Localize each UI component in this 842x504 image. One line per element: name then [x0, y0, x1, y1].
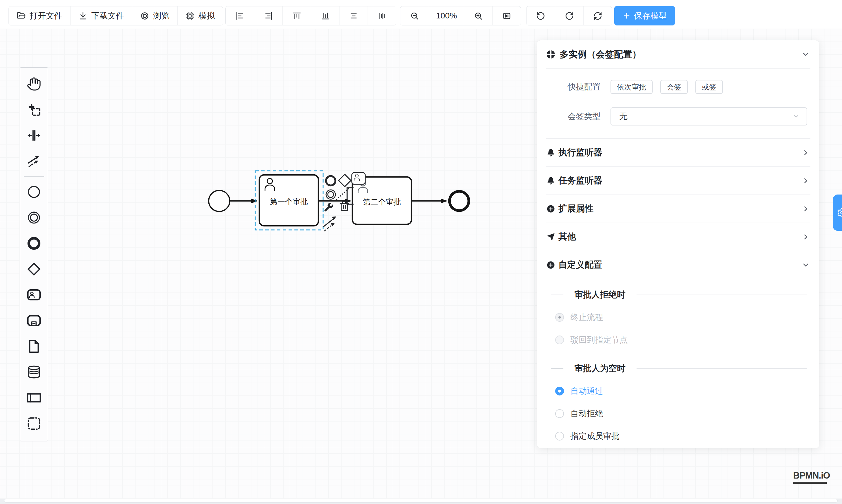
- annotation-dotted-link: [337, 187, 350, 199]
- save-model-button[interactable]: 保存模型: [614, 6, 675, 25]
- toolbar: 打开文件 下载文件 浏览 模拟: [0, 0, 842, 29]
- section-label: 任务监听器: [558, 175, 799, 187]
- radio-button[interactable]: [555, 387, 564, 395]
- palette-data-store[interactable]: [20, 359, 48, 385]
- palette-gateway[interactable]: [20, 256, 48, 282]
- panel-sections: 执行监听器 任务监听器 扩展属性 其他: [537, 138, 819, 279]
- data-object-icon: [27, 339, 41, 354]
- chevron-right-icon: [802, 149, 810, 157]
- palette-intermediate-event[interactable]: [20, 205, 48, 231]
- end-event-node[interactable]: [450, 191, 469, 211]
- align-top-button[interactable]: [282, 6, 311, 25]
- download-icon: [78, 12, 88, 20]
- subprocess-icon: [27, 313, 41, 328]
- align-top-icon: [292, 12, 301, 20]
- sign-type-row: 会签类型 无: [537, 107, 819, 125]
- chip-icon: [186, 12, 195, 20]
- bell-icon: [546, 148, 555, 157]
- data-store-icon: [27, 365, 41, 379]
- open-file-label: 打开文件: [30, 10, 62, 21]
- radio-auto-pass[interactable]: 自动通过: [537, 383, 819, 400]
- palette: [20, 67, 48, 442]
- quick-config-sequential-button[interactable]: 依次审批: [611, 80, 653, 94]
- align-center-vertical-button[interactable]: [368, 6, 396, 25]
- align-button-group: [225, 6, 396, 25]
- radio-terminate-process[interactable]: 终止流程: [537, 309, 819, 326]
- radio-auto-reject[interactable]: 自动拒绝: [537, 405, 819, 422]
- radio-button[interactable]: [555, 432, 564, 440]
- file-button-group: 打开文件 下载文件 浏览 模拟: [8, 6, 223, 25]
- panel-header[interactable]: 多实例（会签配置）: [537, 40, 819, 69]
- append-end-event-icon[interactable]: [326, 176, 335, 185]
- zoom-out-icon: [410, 12, 419, 20]
- radio-return-to-node[interactable]: 驳回到指定节点: [537, 331, 819, 348]
- horizontal-scrollbar-thumb[interactable]: [4, 499, 838, 503]
- palette-hand-tool[interactable]: [20, 71, 48, 97]
- bpmn-io-watermark[interactable]: BPMN.iO: [793, 470, 830, 484]
- simulate-button[interactable]: 模拟: [177, 6, 223, 25]
- intermediate-event-icon: [27, 210, 41, 225]
- align-bottom-button[interactable]: [311, 6, 339, 25]
- sign-type-select[interactable]: 无: [611, 107, 807, 125]
- section-extended-properties[interactable]: 扩展属性: [537, 195, 819, 222]
- zoom-out-button[interactable]: [400, 6, 429, 25]
- section-other[interactable]: 其他: [537, 223, 819, 251]
- redo-button[interactable]: [555, 6, 583, 25]
- palette-create-tool[interactable]: [20, 97, 48, 123]
- divider: [551, 368, 563, 369]
- align-left-button[interactable]: [226, 6, 254, 25]
- zoom-reset-button[interactable]: [492, 6, 521, 25]
- chevron-down-icon[interactable]: [802, 50, 810, 58]
- align-left-icon: [235, 12, 244, 20]
- align-right-button[interactable]: [254, 6, 282, 25]
- section-custom-config[interactable]: 自定义配置: [537, 251, 819, 279]
- palette-participant-pool[interactable]: [20, 385, 48, 411]
- undo-icon: [536, 12, 545, 20]
- preview-button[interactable]: 浏览: [132, 6, 177, 25]
- zoom-in-icon: [474, 12, 483, 20]
- append-intermediate-event-icon[interactable]: [326, 190, 335, 199]
- palette-user-task[interactable]: [20, 282, 48, 308]
- start-event-node[interactable]: [209, 191, 230, 212]
- task1-label[interactable]: 第一个审批: [259, 175, 318, 226]
- quick-config-orsign-button[interactable]: 或签: [695, 80, 723, 94]
- palette-data-object[interactable]: [20, 334, 48, 359]
- horizontal-scrollbar-track[interactable]: [0, 499, 842, 504]
- refresh-button[interactable]: [583, 6, 612, 25]
- zoom-level-value[interactable]: 100%: [429, 6, 464, 25]
- download-file-button[interactable]: 下载文件: [70, 6, 132, 25]
- palette-space-tool[interactable]: [20, 123, 48, 148]
- palette-end-event[interactable]: [20, 231, 48, 256]
- section-task-listener[interactable]: 任务监听器: [537, 167, 819, 195]
- align-center-horizontal-button[interactable]: [339, 6, 368, 25]
- gear-icon: [837, 208, 842, 218]
- append-gateway-icon[interactable]: [339, 174, 351, 187]
- bpmn-canvas[interactable]: 第一个审批 第二个审批: [0, 29, 842, 504]
- quick-config-countersign-button[interactable]: 会签: [660, 80, 688, 94]
- radio-button[interactable]: [555, 336, 564, 344]
- section-execution-listener[interactable]: 执行监听器: [537, 139, 819, 166]
- chevron-right-icon: [802, 205, 810, 213]
- change-type-wrench-icon[interactable]: [324, 203, 333, 211]
- save-model-label: 保存模型: [634, 10, 667, 21]
- connect-arrows-icon[interactable]: [323, 216, 336, 231]
- bell-icon: [546, 176, 555, 185]
- radio-assign-member[interactable]: 指定成员审批: [537, 428, 819, 445]
- delete-trash-icon[interactable]: [340, 201, 349, 211]
- redo-icon: [565, 12, 574, 20]
- palette-connect-tool[interactable]: [20, 148, 48, 174]
- radio-button[interactable]: [555, 313, 564, 322]
- plus-icon: [622, 12, 631, 20]
- palette-start-event[interactable]: [20, 179, 48, 205]
- zoom-in-button[interactable]: [464, 6, 492, 25]
- task2-label[interactable]: 第二个审批: [352, 177, 411, 224]
- palette-subprocess[interactable]: [20, 308, 48, 334]
- space-tool-icon: [27, 128, 41, 143]
- open-file-button[interactable]: 打开文件: [9, 6, 70, 25]
- divider: [551, 294, 563, 295]
- undo-button[interactable]: [527, 6, 555, 25]
- palette-group[interactable]: [20, 411, 48, 436]
- user-task-icon: [27, 288, 41, 302]
- radio-button[interactable]: [555, 409, 564, 418]
- settings-tab[interactable]: [833, 195, 842, 231]
